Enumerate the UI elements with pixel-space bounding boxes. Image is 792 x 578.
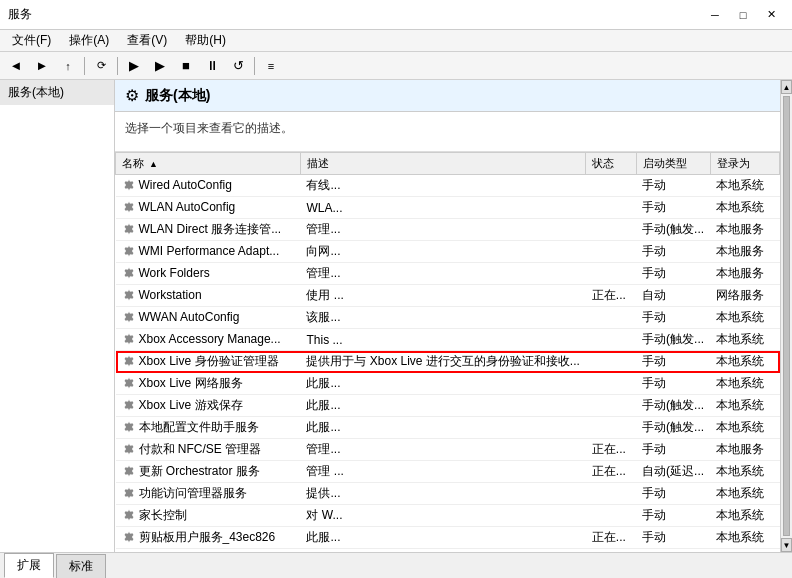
maximize-button[interactable]: □ <box>730 6 756 24</box>
table-row[interactable]: 建议疑难解答服务通过...手动本地系统 <box>116 549 780 553</box>
service-startup-cell: 手动(触发... <box>636 329 710 351</box>
description-text: 选择一个项目来查看它的描述。 <box>125 121 293 135</box>
service-logon-cell: 本地系统 <box>710 395 779 417</box>
table-row[interactable]: 家长控制对 W...手动本地系统 <box>116 505 780 527</box>
tab-standard[interactable]: 标准 <box>56 554 106 578</box>
toolbar-pause[interactable]: ⏸ <box>200 55 224 77</box>
scroll-thumb[interactable] <box>783 96 790 536</box>
services-table: 名称 ▲ 描述 状态 启动类型 登录为 Wired AutoConfig有线..… <box>115 152 780 552</box>
service-logon-cell: 本地系统 <box>710 307 779 329</box>
service-startup-cell: 手动 <box>636 483 710 505</box>
service-logon-cell: 本地服务 <box>710 241 779 263</box>
menu-action[interactable]: 操作(A) <box>61 30 117 51</box>
service-desc-cell: 管理... <box>300 263 585 285</box>
service-name-text: Wired AutoConfig <box>139 178 232 192</box>
service-startup-cell: 手动 <box>636 373 710 395</box>
service-desc-cell: 提供... <box>300 483 585 505</box>
service-status-cell <box>586 197 636 219</box>
left-panel: 服务(本地) <box>0 80 115 552</box>
title-bar: 服务 ─ □ ✕ <box>0 0 792 30</box>
service-icon <box>122 332 136 346</box>
toolbar-play[interactable]: ▶ <box>122 55 146 77</box>
table-row[interactable]: Xbox Live 游戏保存此服...手动(触发...本地系统 <box>116 395 780 417</box>
table-row[interactable]: 更新 Orchestrator 服务管理 ...正在...自动(延迟...本地系… <box>116 461 780 483</box>
table-row[interactable]: 剪贴板用户服务_43ec826此服...正在...手动本地系统 <box>116 527 780 549</box>
service-status-cell: 正在... <box>586 461 636 483</box>
table-row[interactable]: 付款和 NFC/SE 管理器管理...正在...手动本地服务 <box>116 439 780 461</box>
toolbar-refresh[interactable]: ⟳ <box>89 55 113 77</box>
toolbar-properties[interactable]: ≡ <box>259 55 283 77</box>
service-desc-cell: 通过... <box>300 549 585 553</box>
tab-extended[interactable]: 扩展 <box>4 553 54 578</box>
table-row[interactable]: Work Folders管理...手动本地服务 <box>116 263 780 285</box>
service-name-cell: 本地配置文件助手服务 <box>116 417 301 439</box>
service-status-cell <box>586 351 636 373</box>
left-panel-local[interactable]: 服务(本地) <box>0 80 114 105</box>
service-startup-cell: 自动(延迟... <box>636 461 710 483</box>
table-row[interactable]: WLAN AutoConfigWLA...手动本地系统 <box>116 197 780 219</box>
service-name-text: Xbox Live 身份验证管理器 <box>139 354 279 368</box>
toolbar-play2[interactable]: ▶ <box>148 55 172 77</box>
service-startup-cell: 手动 <box>636 351 710 373</box>
scroll-up-arrow[interactable]: ▲ <box>781 80 792 94</box>
service-desc-cell: 管理 ... <box>300 461 585 483</box>
toolbar-forward[interactable]: ► <box>30 55 54 77</box>
service-startup-cell: 手动 <box>636 263 710 285</box>
col-header-status[interactable]: 状态 <box>586 153 636 175</box>
service-icon <box>122 200 136 214</box>
toolbar-stop[interactable]: ■ <box>174 55 198 77</box>
right-scrollbar[interactable]: ▲ ▼ <box>780 80 792 552</box>
service-name-cell: Xbox Live 身份验证管理器 <box>116 351 301 373</box>
service-startup-cell: 手动 <box>636 175 710 197</box>
table-row[interactable]: Xbox Live 网络服务此服...手动本地系统 <box>116 373 780 395</box>
service-desc-cell: 此服... <box>300 395 585 417</box>
toolbar-back[interactable]: ◄ <box>4 55 28 77</box>
service-name-cell: WMI Performance Adapt... <box>116 241 301 263</box>
description-area: 选择一个项目来查看它的描述。 <box>115 112 780 152</box>
col-header-startup[interactable]: 启动类型 <box>636 153 710 175</box>
service-name-text: 家长控制 <box>139 508 187 522</box>
toolbar-up[interactable]: ↑ <box>56 55 80 77</box>
service-status-cell <box>586 175 636 197</box>
service-name-cell: 家长控制 <box>116 505 301 527</box>
table-row[interactable]: Xbox Live 身份验证管理器提供用于与 Xbox Live 进行交互的身份… <box>116 351 780 373</box>
service-logon-cell: 本地服务 <box>710 263 779 285</box>
service-name-text: WLAN AutoConfig <box>139 200 236 214</box>
minimize-button[interactable]: ─ <box>702 6 728 24</box>
service-logon-cell: 本地系统 <box>710 351 779 373</box>
service-logon-cell: 本地系统 <box>710 505 779 527</box>
toolbar-restart[interactable]: ↺ <box>226 55 250 77</box>
service-name-text: 剪贴板用户服务_43ec826 <box>139 530 276 544</box>
table-row[interactable]: Wired AutoConfig有线...手动本地系统 <box>116 175 780 197</box>
window-title: 服务 <box>8 6 32 23</box>
table-row[interactable]: WLAN Direct 服务连接管...管理...手动(触发...本地服务 <box>116 219 780 241</box>
services-table-container[interactable]: 名称 ▲ 描述 状态 启动类型 登录为 Wired AutoConfig有线..… <box>115 152 780 552</box>
menu-view[interactable]: 查看(V) <box>119 30 175 51</box>
table-row[interactable]: 本地配置文件助手服务此服...手动(触发...本地系统 <box>116 417 780 439</box>
menu-help[interactable]: 帮助(H) <box>177 30 234 51</box>
close-button[interactable]: ✕ <box>758 6 784 24</box>
main-layout: 服务(本地) ⚙ 服务(本地) 选择一个项目来查看它的描述。 名称 ▲ 描述 状… <box>0 80 792 552</box>
col-header-name[interactable]: 名称 ▲ <box>116 153 301 175</box>
col-header-logon[interactable]: 登录为 <box>710 153 779 175</box>
col-header-desc[interactable]: 描述 <box>300 153 585 175</box>
scroll-down-arrow[interactable]: ▼ <box>781 538 792 552</box>
table-row[interactable]: WMI Performance Adapt...向网...手动本地服务 <box>116 241 780 263</box>
table-row[interactable]: Workstation使用 ...正在...自动网络服务 <box>116 285 780 307</box>
title-bar-left: 服务 <box>8 6 32 23</box>
bottom-tabs: 扩展 标准 <box>0 552 792 578</box>
service-logon-cell: 网络服务 <box>710 285 779 307</box>
service-logon-cell: 本地系统 <box>710 549 779 553</box>
table-row[interactable]: WWAN AutoConfig该服...手动本地系统 <box>116 307 780 329</box>
menu-bar: 文件(F) 操作(A) 查看(V) 帮助(H) <box>0 30 792 52</box>
service-logon-cell: 本地系统 <box>710 329 779 351</box>
menu-file[interactable]: 文件(F) <box>4 30 59 51</box>
table-row[interactable]: 功能访问管理器服务提供...手动本地系统 <box>116 483 780 505</box>
service-icon <box>122 398 136 412</box>
service-status-cell <box>586 219 636 241</box>
service-desc-cell: 有线... <box>300 175 585 197</box>
table-row[interactable]: Xbox Accessory Manage...This ...手动(触发...… <box>116 329 780 351</box>
service-name-text: 付款和 NFC/SE 管理器 <box>139 442 262 456</box>
service-icon <box>122 222 136 236</box>
service-icon <box>122 310 136 324</box>
